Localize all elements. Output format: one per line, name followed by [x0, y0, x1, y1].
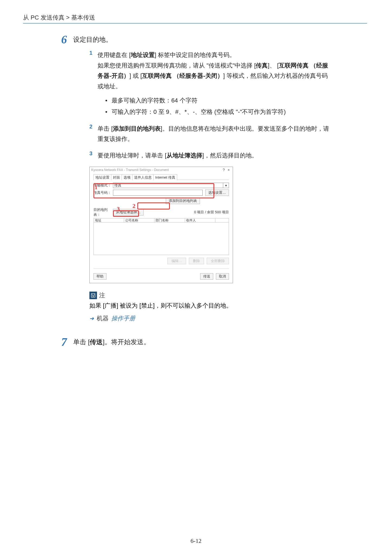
fax-number-label: 传真号码： — [93, 190, 113, 195]
bold-text: 传真 — [256, 62, 268, 69]
mode-label: 传输模式： — [93, 183, 113, 188]
col-spacer — [215, 218, 229, 222]
step-7-title: 单击 [传送]。将开始发送。 — [73, 338, 344, 346]
tab-sender[interactable]: 送件人信息 — [132, 174, 154, 180]
ref-italic: 操作手册 — [111, 314, 135, 322]
cancel-button[interactable]: 取消 — [216, 273, 229, 280]
substep-1-body: 使用键盘在 [地址设置] 标签中设定目的地传真号码。 如果您使用选购件互联网传真… — [98, 50, 333, 118]
bold-text: 从地址簿选择 — [167, 152, 202, 159]
note-block: 注 如果 [广播] 被设为 [禁止]，则不可以输入多个目的地。 — [89, 291, 233, 311]
dest-count-text: 0 项目 / 余留 500 项目 — [194, 210, 229, 215]
mode-value: 传真 — [114, 183, 121, 188]
dialog-title-blurred: Kyocera Network FAX - Transmit Settings … — [91, 168, 169, 172]
mode-dropdown[interactable]: 传真 — [113, 183, 223, 188]
col-dept: 部门名称 — [154, 218, 185, 222]
text: 单击 [ — [73, 338, 90, 346]
dialog-tabs: 地址设置封面选项送件人信息Internet 传真 — [93, 175, 229, 180]
substep-2-num: 2 — [89, 124, 96, 130]
text: 使用键盘在 [ — [98, 51, 131, 58]
note-icon — [89, 292, 97, 299]
tab-options[interactable]: 选项 — [122, 174, 132, 180]
col-address: 地址 — [94, 218, 124, 222]
tab-ifax[interactable]: Internet 传真 — [153, 174, 177, 180]
text: ] 标签中设定目的地传真号码。 — [155, 51, 235, 58]
from-addressbook-button[interactable]: 从地址簿选择… — [113, 209, 144, 215]
dialog-help-button[interactable]: ? — [221, 168, 226, 172]
dest-columns-header: 地址 公司名称 部门名称 收件人 — [93, 218, 229, 222]
substep-3-num: 3 — [89, 150, 96, 157]
col-recipient: 收件人 — [185, 218, 215, 222]
step-number-6: 6 — [61, 33, 67, 46]
bold-text: 互联网传真 （经服务器-关闭） — [142, 72, 223, 79]
help-button[interactable]: 帮助 — [93, 273, 106, 280]
dest-list-area[interactable] — [93, 222, 229, 255]
send-button[interactable]: 传送 — [200, 273, 213, 280]
dialog-close-button[interactable]: × — [226, 168, 231, 172]
breadcrumb-divider — [23, 23, 367, 24]
substep-3-body: 要使用地址簿时，请单击 [从地址簿选择]，然后选择目的地。 — [98, 150, 333, 161]
substep-2-body: 单击 [添加到目的地列表]。目的地信息将在地址列表中出现。要发送至多个目的地时，… — [98, 124, 333, 144]
fax-number-input[interactable] — [113, 190, 203, 196]
bullet-2: 可输入的字符：0 至 9、#、*、-、空格 (空格或 "-"不可作为首字符) — [105, 106, 333, 118]
note-text: 如果 [广播] 被设为 [禁止]，则不可以输入多个目的地。 — [89, 301, 233, 311]
breadcrumb: 从 PC 发送传真 > 基本传送 — [23, 14, 95, 22]
tab-cover[interactable]: 封面 — [111, 174, 122, 180]
text: 要使用地址簿时，请单击 [ — [98, 152, 166, 159]
tab-address[interactable]: 地址设置 — [93, 174, 111, 180]
col-company: 公司名称 — [124, 218, 154, 222]
edit-button[interactable]: 编辑… — [167, 258, 186, 264]
text: ]、 [ — [268, 62, 278, 69]
bold-text: 添加到目的地列表 — [113, 125, 161, 132]
substep-1-num: 1 — [89, 50, 96, 56]
dropdown-arrow-icon[interactable]: ▾ — [223, 183, 229, 188]
add-to-dest-button[interactable]: 添加到目的地列表 — [166, 198, 200, 204]
step-6-title: 设定目的地。 — [73, 35, 344, 44]
arrow-icon: ➜ — [89, 315, 94, 322]
text: ]，然后选择目的地。 — [202, 152, 258, 159]
text: ]。将开始发送。 — [103, 338, 150, 346]
delete-all-button[interactable]: 全部删除 — [207, 258, 229, 264]
substep-1: 1 使用键盘在 [地址设置] 标签中设定目的地传真号码。 如果您使用选购件互联网… — [89, 50, 339, 118]
bold-text: 传送 — [90, 338, 103, 346]
dest-list-label: 目的地列表： — [93, 207, 113, 217]
text: 如果您使用选购件互联网传真功能，请从 "传送模式"中选择 [ — [98, 62, 256, 69]
reference-link: ➜ 机器操作手册 — [89, 314, 344, 322]
fax-dialog-screenshot: Kyocera Network FAX - Transmit Settings … — [89, 167, 233, 283]
delete-button[interactable]: 删除 — [189, 258, 204, 264]
ref-pre: 机器 — [97, 314, 109, 322]
bullet-1: 最多可输入的字符数：64 个字符 — [105, 95, 333, 106]
note-title: 注 — [99, 291, 105, 299]
text: 单击 [ — [98, 125, 113, 132]
text: ] 或 [ — [129, 72, 142, 79]
step-number-7: 7 — [61, 336, 67, 349]
page-number: 6-12 — [0, 537, 392, 544]
bold-text: 地址设置 — [131, 51, 155, 58]
substep-3: 3 要使用地址簿时，请单击 [从地址簿选择]，然后选择目的地。 — [89, 150, 339, 161]
substep-2: 2 单击 [添加到目的地列表]。目的地信息将在地址列表中出现。要发送至多个目的地… — [89, 124, 339, 144]
option-settings-button[interactable]: 选项设置… — [205, 189, 229, 196]
